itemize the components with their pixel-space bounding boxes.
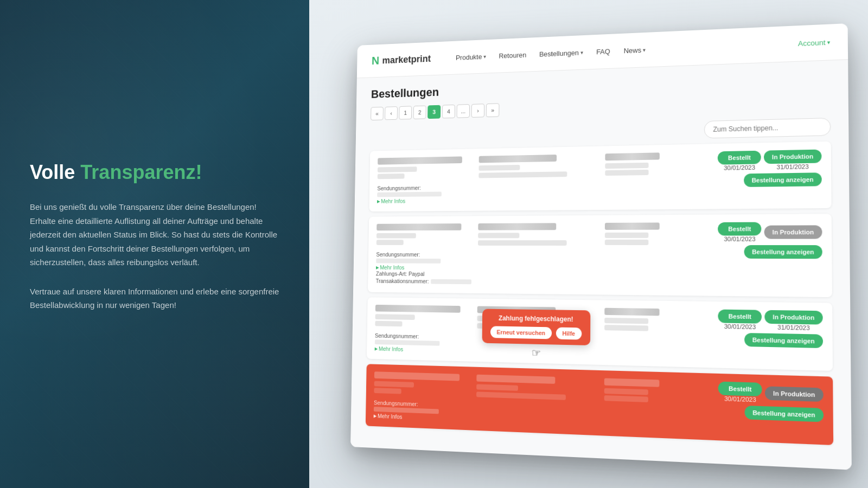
left-text-content: Volle Transparenz! Bei uns genießt du vo…	[30, 160, 279, 328]
nav-item-bestellungen[interactable]: Bestellungen ▾	[539, 48, 583, 58]
pagination-next[interactable]: ›	[471, 104, 485, 118]
order-2-view-btn[interactable]: Bestellung anzeigen	[744, 245, 822, 259]
order-2-status-pair: Bestellt 30/01/2023 In Produktion	[718, 222, 822, 242]
order-4-action-group-1: Bestellt 30/01/2023	[718, 382, 762, 403]
order-4-produktion-btn[interactable]: In Produktion	[765, 386, 824, 402]
order-3-date-1: 30/01/2023	[718, 323, 762, 330]
nav-item-faq[interactable]: FAQ	[596, 47, 610, 56]
order-2-c-1	[478, 233, 519, 238]
order-4-center	[476, 375, 599, 403]
order-1-bestellt-btn[interactable]: Bestellt	[718, 151, 761, 165]
order-4-right	[604, 378, 701, 406]
nav-news-arrow: ▾	[643, 47, 646, 53]
order-2-r-id	[605, 222, 660, 229]
order-4-c-id	[476, 375, 555, 384]
order-2-c-2	[478, 240, 567, 246]
order-2-send-label: Sendungsnummer:	[376, 251, 420, 258]
order-3-right	[605, 308, 701, 334]
order-4-bestellt-btn[interactable]: Bestellt	[718, 382, 762, 397]
logo-text: marketprint	[382, 53, 431, 66]
order-3-id	[375, 305, 461, 313]
order-2-action-group-2: In Produktion	[764, 225, 822, 239]
order-1-r-id	[605, 152, 660, 160]
nav-produkte-label: Produkte	[456, 53, 482, 61]
order-4-send-label: Sendungsnummer:	[374, 400, 418, 408]
order-3-status-pair: Bestellt 30/01/2023 In Produktion 31/01/…	[718, 310, 823, 332]
order-2-transaktion: Transakationsnummer:	[376, 278, 473, 286]
order-3-r-1	[605, 318, 649, 324]
order-1-mehr[interactable]: Mehr Infos	[377, 197, 473, 204]
order-1-produktion-btn[interactable]: In Produktion	[764, 150, 821, 164]
order-3-bestellt-btn[interactable]: Bestellt	[718, 310, 762, 324]
nav-faq-label: FAQ	[596, 47, 610, 56]
pagination-ellipsis[interactable]: ...	[457, 104, 470, 118]
order-2-transaktion-val	[431, 279, 471, 284]
logo-icon: N	[372, 54, 380, 68]
order-3-send-label: Sendungsnummer:	[375, 332, 419, 339]
help-btn[interactable]: Hilfe	[556, 328, 582, 340]
order-4-r-1	[604, 388, 648, 395]
order-card-1: Sendungsnummer: Mehr Infos	[369, 142, 831, 211]
order-4-r-2	[604, 395, 648, 402]
order-1-view-btn[interactable]: Bestellung anzeigen	[744, 172, 822, 187]
order-3-send: Sendungsnummer: Mehr Infos	[375, 330, 472, 354]
order-2-produktion-btn[interactable]: In Produktion	[764, 225, 822, 239]
nav-produkte-arrow: ▾	[483, 54, 486, 60]
order-1-right	[605, 152, 701, 177]
order-3-r-id	[605, 308, 660, 316]
order-1-date-2: 31/01/2023	[764, 163, 821, 171]
order-2-actions: Bestellt 30/01/2023 In Produktion Bestel…	[706, 222, 822, 259]
payment-error-tooltip: Zahlung fehlgeschlagen! Erneut versuchen…	[482, 309, 590, 345]
order-1-num	[378, 174, 405, 179]
page-content: Bestellungen « ‹ 1 2 3 4 ... › »	[350, 60, 852, 470]
heading-highlight: Transparenz!	[80, 161, 202, 183]
search-area	[370, 118, 831, 146]
order-1-date-1: 30/01/2023	[718, 164, 761, 171]
nav-bestellungen-arrow: ▾	[580, 49, 583, 55]
pagination-page-1[interactable]: 1	[399, 106, 412, 119]
pagination-page-4[interactable]: 4	[442, 105, 455, 119]
nav-item-produkte[interactable]: Produkte ▾	[456, 53, 486, 62]
order-card-2: Sendungsnummer: Mehr Infos Zahlungs-Art:…	[368, 214, 832, 297]
order-1-action-group-1: Bestellt 30/01/2023	[718, 151, 761, 171]
order-3-left: Sendungsnummer: Mehr Infos	[375, 305, 473, 354]
order-2-r-1	[605, 233, 649, 238]
pagination-first[interactable]: «	[371, 107, 384, 120]
order-3-num	[375, 321, 402, 327]
browser-window: N marketprint Produkte ▾ Retouren Bestel…	[350, 23, 852, 470]
retry-payment-btn[interactable]: Erneut versuchen	[490, 326, 552, 339]
nav-account-arrow: ▾	[827, 39, 831, 46]
order-2-bestellt-btn[interactable]: Bestellt	[718, 222, 761, 236]
nav-retouren-label: Retouren	[499, 50, 526, 60]
order-2-transaktion-label: Transakationsnummer:	[376, 278, 429, 284]
order-4-mehr[interactable]: Mehr Infos	[374, 413, 471, 423]
order-1-r-1	[605, 163, 649, 169]
logo[interactable]: N marketprint	[372, 52, 431, 68]
order-2-num	[376, 240, 404, 245]
order-1-status-pair-1: Bestellt 30/01/2023 In Produktion 31/01/…	[718, 150, 821, 171]
order-3-r-2	[605, 325, 649, 331]
pagination-last[interactable]: »	[486, 103, 500, 117]
nav-news-label: News	[624, 46, 642, 54]
pagination-page-3[interactable]: 3	[427, 105, 441, 119]
order-2-left: Sendungsnummer: Mehr Infos Zahlungs-Art:…	[376, 223, 473, 286]
pagination-prev[interactable]: ‹	[385, 106, 398, 120]
order-3-center: Zahlung fehlgeschlagen! Erneut versuchen…	[477, 306, 599, 333]
nav-item-retouren[interactable]: Retouren	[499, 50, 526, 60]
order-3-view-btn[interactable]: Bestellung anzeigen	[744, 333, 823, 348]
search-input[interactable]	[704, 118, 831, 138]
pagination-page-2[interactable]: 2	[413, 106, 426, 119]
nav-bestellungen-label: Bestellungen	[539, 48, 579, 58]
paragraph-2: Vertraue auf unsere klaren Informationen…	[30, 285, 279, 312]
nav-item-news[interactable]: News ▾	[624, 46, 646, 55]
nav-item-account[interactable]: Account ▾	[798, 38, 830, 48]
order-4-actions: Bestellt 30/01/2023 In Produktion Bestel…	[707, 381, 824, 422]
order-3-mehr[interactable]: Mehr Infos	[375, 345, 472, 354]
order-2-r-2	[605, 240, 649, 245]
order-1-c-1	[478, 165, 520, 171]
order-1-date	[378, 166, 417, 172]
order-4-c-1	[476, 384, 518, 390]
order-2-send: Sendungsnummer: Mehr Infos Zahlungs-Art:…	[376, 249, 473, 286]
order-4-view-btn[interactable]: Bestellung anzeigen	[744, 406, 824, 422]
order-3-produktion-btn[interactable]: In Produktion	[764, 310, 822, 325]
